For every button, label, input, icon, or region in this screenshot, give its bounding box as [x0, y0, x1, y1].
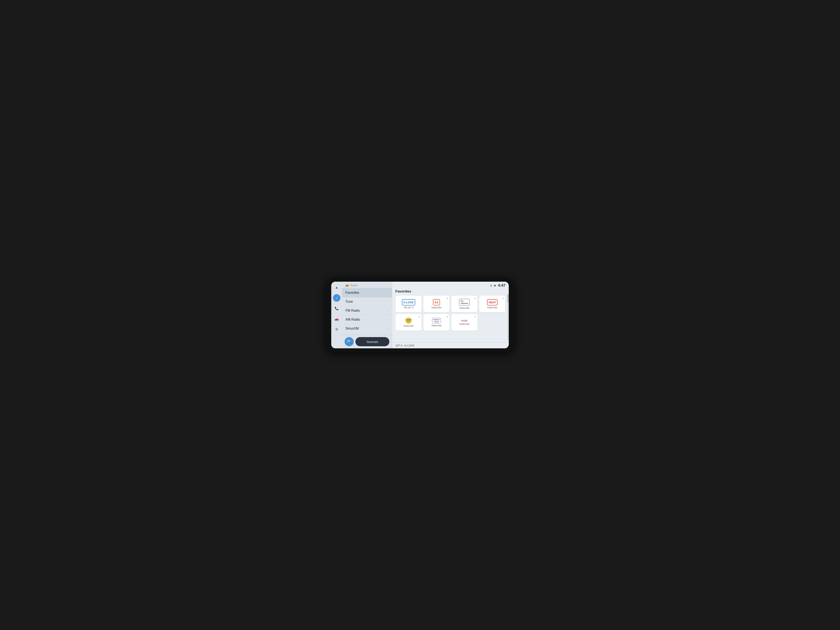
bobs-logo: 8⃝8 [433, 299, 440, 305]
main-content: ⇅ ✱ 4:47 Favorites K·LOVE FM 107.3 [392, 282, 509, 348]
sidebar-item-siriusxm[interactable]: SiriusXM › [342, 324, 392, 333]
status-icons: ⇅ ✱ [490, 284, 496, 287]
favorite-card-80s8[interactable]: + 8⃝8 Subscribe [423, 295, 450, 312]
heat-logo: HEAT [487, 299, 497, 305]
pop2k-logo: Pop2K [461, 320, 468, 322]
content-area: Favorites K·LOVE FM 107.3 + 8⃝8 [392, 289, 509, 343]
bluetooth-icon: ✱ [494, 284, 496, 287]
sidebar-item-label: SiriusXM [346, 327, 359, 330]
scrollbar-thumb[interactable] [508, 294, 508, 303]
phone-icon[interactable]: 📞 [333, 305, 340, 312]
countryhits-logo: COUNTRYHITS [406, 317, 412, 324]
add-icon: + [418, 315, 420, 318]
icon-rail: ▲ ♪ 📞 🚗 ⚙ [331, 282, 342, 348]
classicvinyl-logo: ClassicVinyl [432, 318, 441, 323]
favorite-card-classicvinyl[interactable]: + ClassicVinyl Subscribe [423, 314, 450, 331]
favorite-card-klove[interactable]: K·LOVE FM 107.3 [395, 295, 422, 312]
highway-logo: thehighway [459, 299, 470, 306]
sources-label: Sources [367, 340, 378, 344]
sidebar-bottom: 🔍 Sources [342, 335, 392, 348]
search-icon: 🔍 [347, 339, 352, 344]
sidebar-title: Radio [351, 284, 357, 287]
sidebar-item-fm-radio[interactable]: FM Radio › [342, 306, 392, 315]
car-display-wrapper: ▲ ♪ 📞 🚗 ⚙ 📻 Radio Favorites Tune FM Radi… [326, 278, 514, 352]
sidebar-item-label: AM Radio [346, 318, 360, 322]
settings-icon[interactable]: ⚙ [333, 325, 340, 333]
add-icon: + [447, 297, 448, 300]
sidebar: 📻 Radio Favorites Tune FM Radio › AM Rad… [342, 282, 392, 348]
favorite-card-highway[interactable]: + thehighway Subscribe [451, 295, 477, 312]
status-bar: 107.3 · K-LOVE [392, 343, 509, 348]
favorite-card-pop2k[interactable]: + Pop2K Subscribe [451, 314, 477, 331]
sidebar-menu: Favorites Tune FM Radio › AM Radio › Sir… [342, 288, 392, 335]
sidebar-header: 📻 Radio [342, 282, 392, 288]
add-icon: + [502, 297, 504, 300]
car-icon[interactable]: 🚗 [333, 315, 340, 322]
favorites-grid: K·LOVE FM 107.3 + 8⃝8 Subscribe [395, 295, 505, 331]
search-button[interactable]: 🔍 [344, 337, 354, 346]
radio-icon: 📻 [346, 284, 349, 287]
sidebar-item-label: FM Radio [346, 309, 360, 313]
music-icon[interactable]: ♪ [333, 294, 340, 302]
card-sub-text: FM 107.3 [404, 306, 413, 309]
favorite-card-heat[interactable]: + HEAT Subscribe [479, 295, 505, 312]
klove-logo: K·LOVE [402, 299, 415, 305]
section-title: Favorites [395, 289, 505, 294]
now-playing: 107.3 · K-LOVE [395, 344, 414, 347]
screen: ▲ ♪ 📞 🚗 ⚙ 📻 Radio Favorites Tune FM Radi… [331, 282, 509, 348]
add-icon: + [474, 297, 476, 300]
sidebar-item-tune[interactable]: Tune [342, 297, 392, 306]
time-display: 4:47 [498, 283, 505, 288]
add-icon: + [447, 315, 448, 318]
sidebar-item-label: Tune [346, 300, 353, 303]
card-sub-text: Subscribe [459, 323, 470, 325]
card-sub-text: Subscribe [431, 306, 442, 309]
chevron-right-icon: › [388, 309, 388, 312]
scrollbar-track[interactable] [508, 294, 508, 340]
top-bar: ⇅ ✱ 4:47 [392, 282, 509, 289]
sidebar-item-favorites[interactable]: Favorites [342, 288, 392, 297]
add-icon: + [474, 315, 476, 318]
card-sub-text: Subscribe [431, 324, 442, 327]
sidebar-item-am-radio[interactable]: AM Radio › [342, 315, 392, 324]
signal-icon: ⇅ [490, 284, 493, 287]
sources-button[interactable]: Sources [355, 337, 389, 346]
sidebar-item-label: Favorites [346, 291, 359, 295]
card-sub-text: Subscribe [487, 306, 497, 309]
favorite-card-countryhits[interactable]: + COUNTRYHITS Subscribe [395, 314, 422, 331]
card-sub-text: Subscribe [404, 325, 414, 327]
card-sub-text: Subscribe [459, 307, 470, 309]
chevron-right-icon: › [388, 318, 388, 321]
chevron-right-icon: › [388, 327, 388, 330]
nav-icon[interactable]: ▲ [333, 284, 340, 291]
